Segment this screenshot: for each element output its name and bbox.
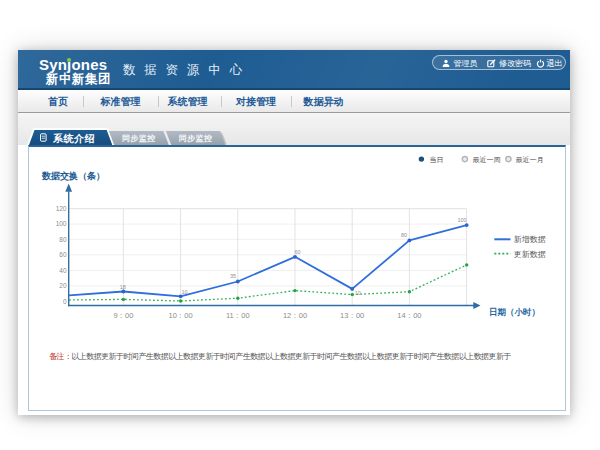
svg-text:9：00: 9：00 <box>113 311 133 320</box>
svg-text:35: 35 <box>230 273 236 279</box>
svg-text:12：00: 12：00 <box>283 311 307 320</box>
svg-text:14：00: 14：00 <box>397 311 421 320</box>
svg-text:40: 40 <box>59 267 67 274</box>
svg-text:100: 100 <box>56 220 67 227</box>
svg-text:100: 100 <box>457 217 466 223</box>
svg-text:11：00: 11：00 <box>226 311 250 320</box>
svg-text:最近一月: 最近一月 <box>516 156 544 164</box>
svg-text:新增数据: 新增数据 <box>514 235 546 244</box>
svg-text:10: 10 <box>355 290 361 296</box>
svg-text:日期（小时）: 日期（小时） <box>489 307 540 317</box>
svg-text:10：00: 10：00 <box>169 311 193 320</box>
svg-text:数据交换（条）: 数据交换（条） <box>41 171 105 181</box>
svg-text:80: 80 <box>401 232 407 238</box>
svg-text:10: 10 <box>181 289 187 295</box>
svg-text:60: 60 <box>294 249 300 255</box>
svg-text:更新数据: 更新数据 <box>514 250 546 259</box>
svg-text:20: 20 <box>59 282 67 289</box>
svg-text:13：00: 13：00 <box>340 311 364 320</box>
svg-text:最近一周: 最近一周 <box>472 156 500 163</box>
svg-text:0: 0 <box>63 298 67 305</box>
svg-text:80: 80 <box>59 236 67 243</box>
svg-text:当日: 当日 <box>430 156 444 164</box>
svg-text:60: 60 <box>59 251 67 258</box>
svg-text:120: 120 <box>56 205 67 212</box>
svg-text:18: 18 <box>120 284 126 290</box>
